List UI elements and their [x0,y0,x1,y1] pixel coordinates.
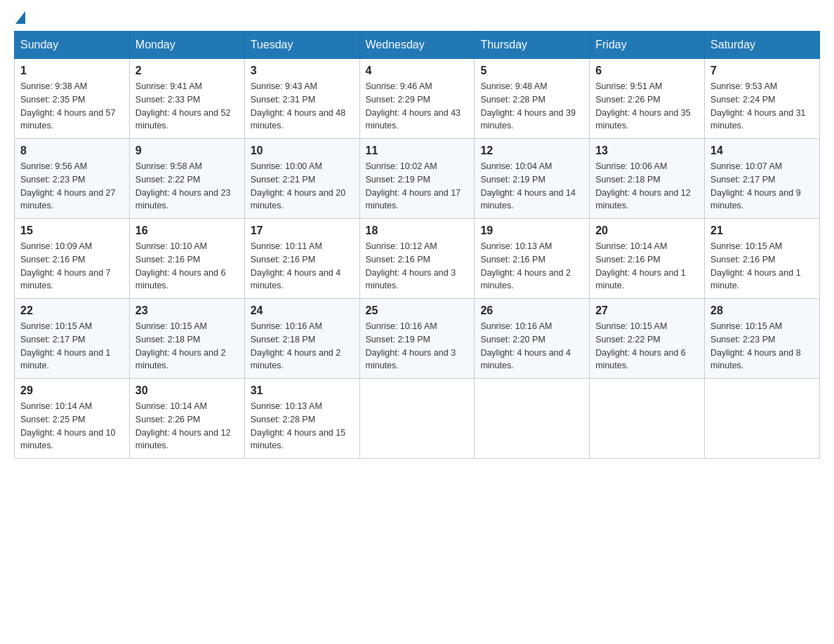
day-info: Sunrise: 9:58 AMSunset: 2:22 PMDaylight:… [135,160,239,213]
calendar-cell: 15Sunrise: 10:09 AMSunset: 2:16 PMDaylig… [15,219,130,299]
day-info: Sunrise: 10:13 AMSunset: 2:16 PMDaylight… [480,240,583,293]
day-info: Sunrise: 10:15 AMSunset: 2:22 PMDaylight… [595,320,699,373]
day-info: Sunrise: 9:53 AMSunset: 2:24 PMDaylight:… [710,80,814,133]
day-number: 4 [366,65,469,77]
calendar-cell: 27Sunrise: 10:15 AMSunset: 2:22 PMDaylig… [590,299,705,379]
day-info: Sunrise: 10:15 AMSunset: 2:17 PMDaylight… [20,320,124,373]
calendar-cell: 17Sunrise: 10:11 AMSunset: 2:16 PMDaylig… [244,219,359,299]
day-number: 10 [251,145,354,157]
day-number: 23 [135,304,239,317]
calendar-cell: 14Sunrise: 10:07 AMSunset: 2:17 PMDaylig… [705,139,820,219]
day-number: 11 [366,145,469,157]
calendar-week-row: 1Sunrise: 9:38 AMSunset: 2:35 PMDaylight… [15,59,820,139]
weekday-header-thursday: Thursday [475,32,590,59]
calendar-table: SundayMondayTuesdayWednesdayThursdayFrid… [14,31,820,459]
day-info: Sunrise: 9:41 AMSunset: 2:33 PMDaylight:… [135,80,239,133]
calendar-cell: 21Sunrise: 10:15 AMSunset: 2:16 PMDaylig… [705,219,820,299]
day-number: 5 [480,65,583,77]
day-number: 22 [20,304,124,317]
calendar-cell: 12Sunrise: 10:04 AMSunset: 2:19 PMDaylig… [475,139,590,219]
calendar-cell: 26Sunrise: 10:16 AMSunset: 2:20 PMDaylig… [475,299,590,379]
day-number: 26 [480,304,583,317]
day-info: Sunrise: 10:11 AMSunset: 2:16 PMDaylight… [251,240,354,293]
calendar-cell: 1Sunrise: 9:38 AMSunset: 2:35 PMDaylight… [15,59,130,139]
day-info: Sunrise: 10:02 AMSunset: 2:19 PMDaylight… [366,160,469,213]
day-number: 27 [595,304,699,317]
day-number: 19 [480,224,583,237]
day-number: 16 [135,224,239,237]
day-number: 29 [20,384,124,397]
day-info: Sunrise: 10:00 AMSunset: 2:21 PMDaylight… [251,160,354,213]
calendar-cell: 28Sunrise: 10:15 AMSunset: 2:23 PMDaylig… [705,299,820,379]
calendar-cell: 11Sunrise: 10:02 AMSunset: 2:19 PMDaylig… [359,139,475,219]
weekday-header-tuesday: Tuesday [244,32,359,59]
calendar-cell: 9Sunrise: 9:58 AMSunset: 2:22 PMDaylight… [129,139,244,219]
logo-arrow-icon [15,11,25,24]
day-number: 15 [20,224,124,237]
calendar-cell: 25Sunrise: 10:16 AMSunset: 2:19 PMDaylig… [359,299,475,379]
weekday-header-sunday: Sunday [15,32,130,59]
day-info: Sunrise: 10:09 AMSunset: 2:16 PMDaylight… [20,240,124,293]
weekday-header-saturday: Saturday [705,32,820,59]
calendar-cell: 4Sunrise: 9:46 AMSunset: 2:29 PMDaylight… [359,59,475,139]
calendar-cell: 30Sunrise: 10:14 AMSunset: 2:26 PMDaylig… [129,379,244,459]
day-number: 9 [135,145,239,157]
day-number: 2 [135,65,239,77]
day-info: Sunrise: 10:14 AMSunset: 2:25 PMDaylight… [20,400,124,452]
day-number: 30 [135,384,239,397]
day-number: 18 [366,224,469,237]
day-info: Sunrise: 10:16 AMSunset: 2:20 PMDaylight… [480,320,583,373]
calendar-cell: 19Sunrise: 10:13 AMSunset: 2:16 PMDaylig… [475,219,590,299]
day-number: 12 [480,145,583,157]
day-number: 21 [710,224,814,237]
day-info: Sunrise: 9:51 AMSunset: 2:26 PMDaylight:… [595,80,699,133]
day-number: 1 [20,65,124,77]
calendar-cell: 6Sunrise: 9:51 AMSunset: 2:26 PMDaylight… [590,59,705,139]
calendar-cell: 5Sunrise: 9:48 AMSunset: 2:28 PMDaylight… [475,59,590,139]
calendar-cell [590,379,705,459]
day-info: Sunrise: 9:43 AMSunset: 2:31 PMDaylight:… [251,80,354,133]
day-info: Sunrise: 9:38 AMSunset: 2:35 PMDaylight:… [20,80,124,133]
day-number: 7 [710,65,814,77]
calendar-cell: 3Sunrise: 9:43 AMSunset: 2:31 PMDaylight… [244,59,359,139]
calendar-cell [705,379,820,459]
calendar-cell: 13Sunrise: 10:06 AMSunset: 2:18 PMDaylig… [590,139,705,219]
calendar-cell: 20Sunrise: 10:14 AMSunset: 2:16 PMDaylig… [590,219,705,299]
calendar-week-row: 15Sunrise: 10:09 AMSunset: 2:16 PMDaylig… [15,219,820,299]
calendar-week-row: 29Sunrise: 10:14 AMSunset: 2:25 PMDaylig… [15,379,820,459]
day-info: Sunrise: 10:07 AMSunset: 2:17 PMDaylight… [710,160,814,213]
calendar-week-row: 8Sunrise: 9:56 AMSunset: 2:23 PMDaylight… [15,139,820,219]
calendar-cell: 22Sunrise: 10:15 AMSunset: 2:17 PMDaylig… [15,299,130,379]
day-info: Sunrise: 10:16 AMSunset: 2:18 PMDaylight… [251,320,354,373]
logo [14,14,25,24]
day-number: 24 [251,304,354,317]
day-info: Sunrise: 10:06 AMSunset: 2:18 PMDaylight… [595,160,699,213]
day-info: Sunrise: 9:56 AMSunset: 2:23 PMDaylight:… [20,160,124,213]
calendar-cell: 24Sunrise: 10:16 AMSunset: 2:18 PMDaylig… [244,299,359,379]
calendar-cell: 2Sunrise: 9:41 AMSunset: 2:33 PMDaylight… [129,59,244,139]
day-number: 13 [595,145,699,157]
calendar-cell [359,379,475,459]
day-number: 20 [595,224,699,237]
page-header [14,14,820,24]
day-info: Sunrise: 10:14 AMSunset: 2:26 PMDaylight… [135,400,239,452]
calendar-cell: 16Sunrise: 10:10 AMSunset: 2:16 PMDaylig… [129,219,244,299]
day-number: 14 [710,145,814,157]
day-info: Sunrise: 10:12 AMSunset: 2:16 PMDaylight… [366,240,469,293]
day-info: Sunrise: 10:15 AMSunset: 2:23 PMDaylight… [710,320,814,373]
day-number: 8 [20,145,124,157]
day-info: Sunrise: 10:15 AMSunset: 2:18 PMDaylight… [135,320,239,373]
day-number: 3 [251,65,354,77]
calendar-cell: 18Sunrise: 10:12 AMSunset: 2:16 PMDaylig… [359,219,475,299]
day-number: 17 [251,224,354,237]
day-info: Sunrise: 9:46 AMSunset: 2:29 PMDaylight:… [366,80,469,133]
day-number: 28 [710,304,814,317]
day-info: Sunrise: 10:16 AMSunset: 2:19 PMDaylight… [366,320,469,373]
day-number: 31 [251,384,354,397]
day-info: Sunrise: 10:10 AMSunset: 2:16 PMDaylight… [135,240,239,293]
day-info: Sunrise: 10:13 AMSunset: 2:28 PMDaylight… [251,400,354,452]
day-number: 6 [595,65,699,77]
day-info: Sunrise: 9:48 AMSunset: 2:28 PMDaylight:… [480,80,583,133]
calendar-cell: 7Sunrise: 9:53 AMSunset: 2:24 PMDaylight… [705,59,820,139]
weekday-header-friday: Friday [590,32,705,59]
